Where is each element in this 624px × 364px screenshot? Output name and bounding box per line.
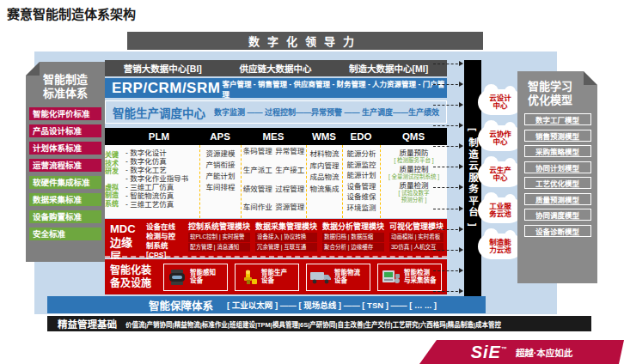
mdc-title: MDC 边缘层 <box>110 222 142 253</box>
dashed-arrow <box>433 84 462 85</box>
wms-column: 材料物流库内管理成品物流物流集成 <box>306 145 342 218</box>
panel-fold-corner <box>26 62 40 76</box>
equipment-title: 智能化装 备及设施 <box>110 264 158 290</box>
logistics-truck-icon <box>309 269 332 286</box>
standards-list: 智能化评价标准 产品设计标准 计划体系标准 运营流程标准 软硬件集成标准 数据采… <box>26 107 105 240</box>
wms-item: 成品物流 <box>307 172 342 184</box>
mes-item: 生产派工 <box>242 166 274 181</box>
smart-equipment-row: 智能化装 备及设施 智能感知 设备 智能生产 <box>105 259 447 294</box>
aps-item: 车间排程 <box>200 182 241 193</box>
data-flow-arrows <box>433 64 462 292</box>
dashed-arrow <box>433 125 462 126</box>
assurance-title: 智能保障体系 <box>149 297 213 313</box>
standard-item: 设备购置标准 <box>29 210 101 223</box>
matrix-side-labels: 关键 技术 研发 虚拟 制造 系统 <box>105 145 119 218</box>
data-center-label: 供应链大数据中心 <box>239 62 311 75</box>
equipment-box-production: 智能生产 设备 <box>235 264 299 291</box>
plm-item: 数字化仿真 <box>119 157 199 166</box>
standard-item: 运营流程标准 <box>29 159 101 172</box>
assurance-bar: 智能保障体系 [ 工业以太网 ] —— [ 现场总线 ] —— [ TSN ] … <box>47 296 486 313</box>
mes-item: 绩效管理 <box>242 185 274 200</box>
cloud-bubble: 云设计 中心 <box>478 89 523 115</box>
side-label-virtual: 虚拟 制造 系统 <box>105 184 119 209</box>
model-item: 质量预测模型 <box>524 193 591 205</box>
page-title: 赛意智能制造体系架构 <box>7 4 136 22</box>
edo-item: 能源分析 <box>343 149 380 160</box>
mes-item: 车间作业 <box>242 203 274 218</box>
cloud-bubble-label: 制造能 力云池 <box>489 239 511 255</box>
sensor-device-icon <box>167 269 187 286</box>
big-data-centers-bar: 营销大数据中心[BI] 供应链大数据中心 制造大数据中心[MI] <box>105 60 447 76</box>
cloud-bubble: 云生产 中心 <box>478 161 523 187</box>
matrix-header-spacer <box>105 128 119 145</box>
dashed-arrow <box>433 291 462 292</box>
panel-fold-corner <box>584 71 597 85</box>
lean-management-bar: 精益管理基础 价值流|产销协同|精益物流|标准作业|班组建设|TPM|模具管理|… <box>47 316 591 331</box>
erp-subtitle: 客户管理 - 销售管理 - 供应商管理 - 财务管理 - 人力资源管理 - 门户… <box>222 78 447 99</box>
dashed-arrow <box>433 209 462 209</box>
cloud-services: 云设计 中心 云协作 中心 云生产 中心 工业服 务云池 制造能 力云池 <box>478 89 523 259</box>
data-center-label: 营销大数据中心[BI] <box>124 62 202 75</box>
dashed-arrow <box>433 187 462 188</box>
plm-item: 三维工厂仿真 <box>119 183 199 191</box>
mes-item: 条码管理 <box>242 147 274 162</box>
mes-item: 异常管理 <box>274 147 307 162</box>
aps-item: 资源建模 <box>200 149 241 160</box>
mdc-module-line1: 数据归档 | 数据压缩 <box>322 233 384 242</box>
mdc-module: 数据采集管理模块 设备接入 | 协议转换 冗余管理 | 互联互通 <box>255 222 317 253</box>
model-item: 销售预测模型 <box>524 130 591 142</box>
equipment-boxes: 智能感知 设备 智能生产 设备 智能物流 <box>163 264 442 291</box>
models-list: 数字工厂模型 销售预测模型 采购策略模型 协同计划模型 工艺优化模型 质量预测模… <box>517 113 597 237</box>
mes-item: 资源管理 <box>274 203 307 218</box>
standards-panel-title: 智能制造 标准体系 <box>26 73 105 100</box>
edo-item: 能源监控 <box>343 160 380 171</box>
model-item: 数字工厂模型 <box>524 113 591 125</box>
equipment-box-inspection: 智能检测 与采集装备 <box>377 264 442 291</box>
dashed-arrow <box>433 64 462 64</box>
lean-items-text: 价值流|产销协同|精益物流|标准作业|班组建设|TPM|模具管理|6S|产研协同… <box>125 319 501 329</box>
plm-item: 智能物流仿真 <box>119 191 199 200</box>
mdc-module-title: 控制系统管理模块 <box>188 222 250 232</box>
dashed-arrow <box>433 146 462 147</box>
model-item: 协同计划模型 <box>524 161 591 173</box>
standard-item: 安全标准 <box>29 228 101 240</box>
equipment-box-label: 智能感知 设备 <box>190 270 216 284</box>
dashed-arrow <box>433 250 462 251</box>
brand-footer: SiE™ 超越·本应如此 <box>419 340 624 364</box>
model-item: 采购策略模型 <box>524 145 591 157</box>
mes-item: 过程管理 <box>274 185 307 200</box>
standard-item: 软硬件集成标准 <box>29 176 101 189</box>
erp-crm-srm-bar: ERP/CRM/SRM 客户管理 - 销售管理 - 供应商管理 - 财务管理 -… <box>105 78 447 98</box>
plm-item: 数字化作业指导书 <box>119 174 199 183</box>
equipment-box-label: 智能物流 设备 <box>334 270 360 284</box>
matrix-column-header: PLM <box>119 128 199 145</box>
cloud-bubble: 制造能 力云池 <box>478 234 523 259</box>
equipment-box-label: 智能生产 设备 <box>261 270 287 284</box>
cps-label: 设备在线 检测与控 制系统[CPS] <box>146 222 184 253</box>
cloud-bubble-label: 云协作 中心 <box>489 130 511 147</box>
standard-item: 数据采集标准 <box>29 193 101 206</box>
plm-item: 数字化工艺 <box>119 166 199 174</box>
standard-item: 计划体系标准 <box>29 142 101 155</box>
standards-panel: 智能制造 标准体系 智能化评价标准 产品设计标准 计划体系标准 运营流程标准 软… <box>26 62 105 262</box>
mdc-module-title: 数据分析管理模块 <box>322 222 384 232</box>
mdc-module-line2: 聚合分析 | 边缘缓存 <box>322 243 384 252</box>
mdc-module-line1: 软PLC控制 | 实时报警 <box>188 233 250 242</box>
model-item: 协同调度模型 <box>524 209 591 221</box>
edo-item: 设备管理 <box>343 181 380 192</box>
plm-item: 三维工艺仿真 <box>119 200 199 209</box>
wms-item: 库内管理 <box>307 161 342 173</box>
cloud-bubble: 云协作 中心 <box>478 125 523 151</box>
mdc-module: 数据分析管理模块 数据归档 | 数据压缩 聚合分析 | 边缘缓存 <box>322 222 384 253</box>
systems-matrix: PLM APS MES WMS EDO QMS 关键 技术 研发 虚拟 制造 系… <box>105 128 447 218</box>
matrix-body: 关键 技术 研发 虚拟 制造 系统 数字化设计数字化仿真数字化工艺数字化作业指导… <box>105 145 447 218</box>
dispatch-title: 智能生产调度中心 <box>106 104 214 121</box>
wms-item: 材料物流 <box>307 149 342 161</box>
learning-models-panel: 智能学习 优化模型 数字工厂模型 销售预测模型 采购策略模型 协同计划模型 工艺… <box>517 71 597 283</box>
trademark-symbol: ™ <box>501 346 508 352</box>
digital-leadership-banner: 数字化领导力 <box>127 32 483 50</box>
mes-column: 条码管理异常管理生产派工生产接工绩效管理过程管理车间作业资源管理 <box>241 145 306 218</box>
mdc-module-line2: 配方管理 | 消息通知 <box>188 243 250 252</box>
mdc-module: 控制系统管理模块 软PLC控制 | 实时报警 配方管理 | 消息通知 <box>188 222 250 253</box>
matrix-column-header: WMS <box>306 128 342 145</box>
